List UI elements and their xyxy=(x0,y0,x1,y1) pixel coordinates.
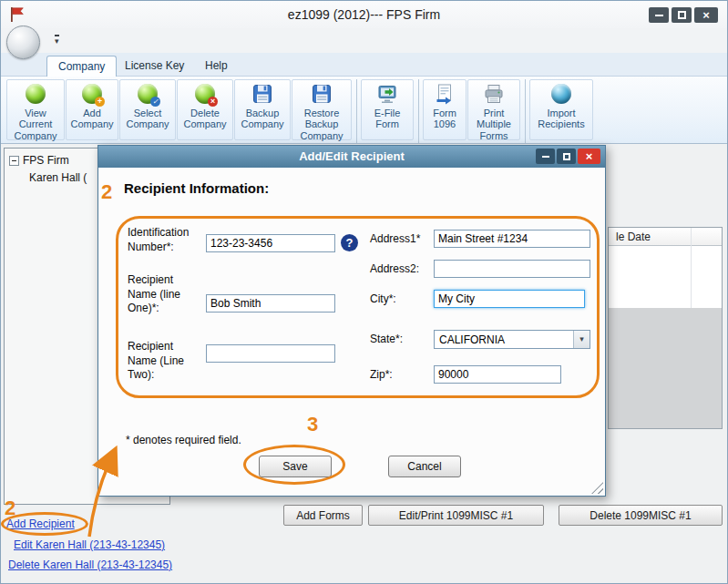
select-company-button[interactable]: Select Company xyxy=(119,79,176,140)
print-multiple-forms-button[interactable]: Print Multiple Forms xyxy=(467,79,520,140)
required-field-note: * denotes required field. xyxy=(126,434,241,446)
tree-item-fps-firm[interactable]: FPS Firm xyxy=(9,154,69,167)
resize-grip[interactable] xyxy=(591,482,603,494)
ribbon-button-label: E-File Form xyxy=(362,108,413,130)
plus-badge-icon xyxy=(95,97,105,107)
ribbon-button-label: Add Company xyxy=(67,108,118,130)
ribbon-button-label: Print Multiple Forms xyxy=(468,108,519,141)
restore-backup-company-button[interactable]: Restore Backup Company xyxy=(292,79,352,140)
efile-form-button[interactable]: E-File Form xyxy=(361,79,414,140)
view-current-company-button[interactable]: View Current Company xyxy=(6,79,65,140)
ribbon-button-label: View Current Company xyxy=(7,108,64,141)
edit-print-1099misc-button[interactable]: Edit/Print 1099MISC #1 xyxy=(368,505,544,526)
select-company-icon xyxy=(137,83,159,105)
view-company-icon xyxy=(25,83,46,105)
minimize-icon xyxy=(655,15,663,16)
forms-table-disabled-area xyxy=(609,308,722,428)
address1-field[interactable] xyxy=(434,230,590,248)
dialog-heading: Recipient Information: xyxy=(124,180,269,196)
ribbon-button-label: Import Recipients xyxy=(530,108,592,130)
close-button[interactable]: × xyxy=(694,7,718,23)
print-multiple-forms-icon xyxy=(483,83,505,105)
city-label: City*: xyxy=(370,292,396,307)
add-edit-recipient-dialog: Add/Edit Recipient × Recipient Informati… xyxy=(97,145,606,497)
delete-company-button[interactable]: Delete Company xyxy=(177,79,233,140)
add-company-icon xyxy=(81,83,103,105)
ribbon-button-label: Select Company xyxy=(120,108,175,130)
minimize-icon xyxy=(542,156,549,158)
delete-company-icon xyxy=(194,83,216,105)
check-badge-icon xyxy=(150,97,160,107)
window-title: ez1099 (2012)--- FPS Firm xyxy=(288,7,440,22)
ribbon-group-separator xyxy=(356,79,357,143)
recipient-name-one-field[interactable] xyxy=(206,294,335,312)
application-menu-button[interactable] xyxy=(6,26,40,59)
forms-table-gridline xyxy=(691,228,692,308)
zip-label: Zip*: xyxy=(370,368,393,383)
ribbon-tab-strip: Company License Key Help xyxy=(1,53,727,77)
delete-karen-hall-link[interactable]: Delete Karen Hall (213-43-12345) xyxy=(8,558,172,571)
backup-company-button[interactable]: Backup Company xyxy=(234,79,291,140)
efile-form-icon xyxy=(376,83,398,105)
dialog-close-button[interactable]: × xyxy=(578,149,600,164)
city-field[interactable] xyxy=(434,290,585,308)
dialog-minimize-button[interactable] xyxy=(536,149,555,164)
cancel-button[interactable]: Cancel xyxy=(388,456,461,477)
form-1096-button[interactable]: Form 1096 xyxy=(423,79,467,140)
tab-help[interactable]: Help xyxy=(194,56,239,77)
state-selected-value: CALIFORNIA xyxy=(439,333,505,346)
identification-number-field[interactable] xyxy=(206,234,335,252)
quick-access-dropdown-icon[interactable]: ▾ xyxy=(55,35,59,46)
address2-field[interactable] xyxy=(434,260,590,278)
dialog-title: Add/Edit Recipient xyxy=(98,149,605,163)
maximize-icon xyxy=(678,11,686,19)
address1-label: Address1* xyxy=(370,232,420,247)
tree-item-karen-hall[interactable]: Karen Hall ( xyxy=(29,171,87,184)
tree-collapse-icon[interactable] xyxy=(9,156,19,166)
recipient-name-two-label: Recipient Name (Line Two): xyxy=(128,340,200,383)
dialog-titlebar[interactable]: Add/Edit Recipient × xyxy=(98,146,605,168)
maximize-button[interactable] xyxy=(672,7,692,23)
dialog-maximize-button[interactable] xyxy=(557,149,576,164)
state-select[interactable]: CALIFORNIA ▾ xyxy=(434,330,590,349)
edit-karen-hall-link[interactable]: Edit Karen Hall (213-43-12345) xyxy=(14,538,165,551)
delete-1099misc-button[interactable]: Delete 1099MISC #1 xyxy=(559,505,723,526)
ribbon-group-separator xyxy=(418,79,419,143)
ribbon-button-label: Form 1096 xyxy=(424,108,466,130)
app-flag-icon xyxy=(8,5,26,24)
forms-table-header[interactable]: le Date xyxy=(609,228,722,246)
add-recipient-link[interactable]: Add Recipient xyxy=(6,517,75,530)
recipient-name-one-label: Recipient Name (line One)*: xyxy=(128,273,200,316)
ribbon-group-separator xyxy=(525,79,526,143)
save-button[interactable]: Save xyxy=(259,456,332,477)
import-recipients-button[interactable]: Import Recipients xyxy=(529,79,593,140)
tab-company[interactable]: Company xyxy=(46,56,117,77)
identification-number-label: Identification Number*: xyxy=(128,226,208,254)
help-icon[interactable]: ? xyxy=(341,234,358,251)
chevron-down-icon[interactable]: ▾ xyxy=(573,331,590,348)
address2-label: Address2: xyxy=(370,262,419,277)
app-window: ez1099 (2012)--- FPS Firm × ▾ Company Li… xyxy=(0,0,728,584)
form-1096-icon xyxy=(434,83,456,105)
window-titlebar[interactable]: ez1099 (2012)--- FPS Firm × xyxy=(1,1,727,28)
ribbon-button-label: Restore Backup Company xyxy=(292,108,351,141)
recipient-name-two-field[interactable] xyxy=(206,344,335,363)
state-label: State*: xyxy=(370,333,403,347)
tree-root-label: FPS Firm xyxy=(23,154,69,167)
add-forms-button[interactable]: Add Forms xyxy=(283,505,363,526)
minimize-button[interactable] xyxy=(649,7,669,23)
tree-child-label: Karen Hall ( xyxy=(29,171,87,184)
backup-company-icon xyxy=(251,83,273,105)
zip-field[interactable] xyxy=(434,365,561,384)
maximize-icon xyxy=(563,153,570,160)
tab-license-key[interactable]: License Key xyxy=(114,56,195,77)
forms-table: le Date xyxy=(608,227,723,429)
restore-backup-icon xyxy=(311,83,333,105)
import-recipients-icon xyxy=(550,83,572,105)
ribbon-button-label: Backup Company xyxy=(235,108,290,130)
ribbon: View Current Company Add Company Select … xyxy=(1,77,727,144)
add-company-button[interactable]: Add Company xyxy=(66,79,118,140)
ribbon-button-label: Delete Company xyxy=(178,108,232,130)
forms-table-header-label: le Date xyxy=(616,231,651,243)
delete-badge-icon xyxy=(208,97,218,107)
